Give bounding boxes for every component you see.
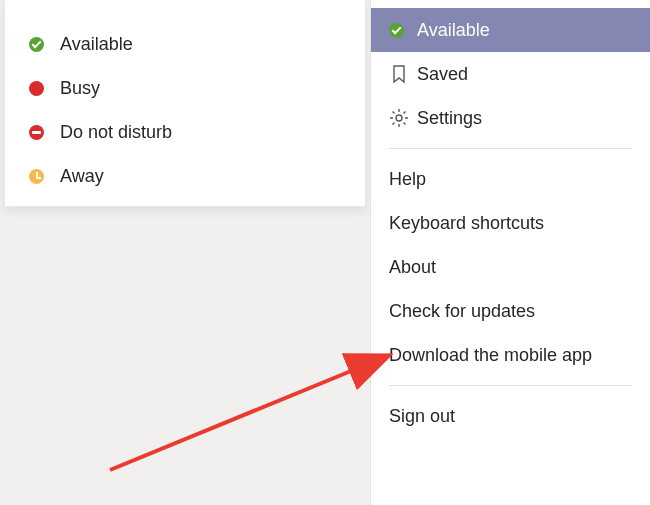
profile-menu: Available Saved Settings Help Keyboard s… [370,0,650,505]
status-dot-available-icon [389,23,417,38]
presence-label: Away [60,166,104,187]
presence-item-away[interactable]: Away [5,154,365,198]
menu-label: Check for updates [389,301,535,322]
presence-item-busy[interactable]: Busy [5,66,365,110]
presence-label: Busy [60,78,100,99]
menu-item-sign-out[interactable]: Sign out [371,394,650,438]
menu-divider [389,148,632,149]
annotation-arrow-icon [100,340,410,480]
menu-item-about[interactable]: About [371,245,650,289]
menu-divider [389,385,632,386]
menu-item-settings[interactable]: Settings [371,96,650,140]
menu-label: Help [389,169,426,190]
menu-label: Settings [417,108,482,129]
status-dot-away-icon [29,169,44,184]
status-dot-dnd-icon [29,125,44,140]
svg-point-0 [396,115,402,121]
bookmark-icon [389,64,417,84]
gear-icon [389,108,417,128]
presence-item-available[interactable]: Available [5,22,365,66]
presence-label: Available [60,34,133,55]
menu-label: Sign out [389,406,455,427]
menu-item-help[interactable]: Help [371,157,650,201]
menu-item-keyboard-shortcuts[interactable]: Keyboard shortcuts [371,201,650,245]
menu-item-available[interactable]: Available [371,8,650,52]
menu-label: Keyboard shortcuts [389,213,544,234]
presence-popup: Available Busy Do not disturb Away [4,0,366,207]
menu-item-download-mobile-app[interactable]: Download the mobile app [371,333,650,377]
svg-line-2 [110,355,390,470]
menu-item-saved[interactable]: Saved [371,52,650,96]
menu-label: Saved [417,64,468,85]
status-dot-busy-icon [29,81,44,96]
presence-label: Do not disturb [60,122,172,143]
menu-item-check-updates[interactable]: Check for updates [371,289,650,333]
menu-label: About [389,257,436,278]
status-dot-available-icon [29,37,44,52]
menu-label: Download the mobile app [389,345,592,366]
menu-label: Available [417,20,490,41]
presence-item-dnd[interactable]: Do not disturb [5,110,365,154]
